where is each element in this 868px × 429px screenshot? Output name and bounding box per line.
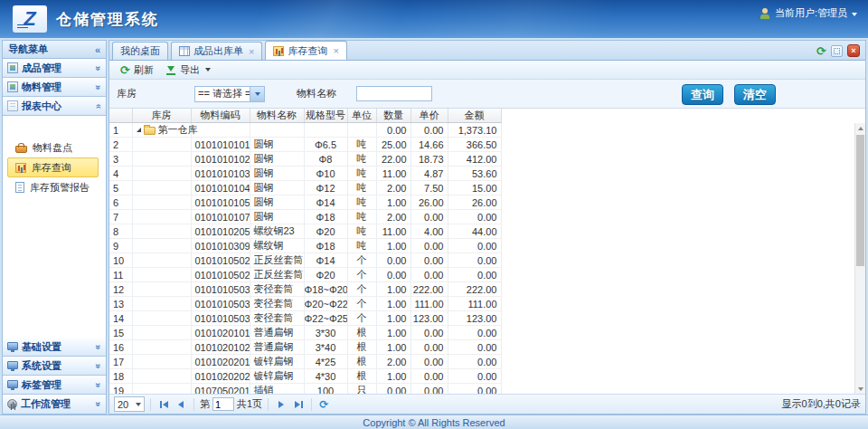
table-row[interactable]: 13 010101050302 变径套筒 Φ20~Φ22 个 1.00 111.… <box>109 297 501 311</box>
sidebar-group-label-management[interactable]: 标签管理 » <box>3 376 106 395</box>
cell-spec-model: 4*25 <box>304 355 347 369</box>
label-management-icon <box>7 380 18 388</box>
cell-spec-model: Φ14 <box>304 195 347 210</box>
last-page-button[interactable] <box>291 397 306 412</box>
vertical-scrollbar[interactable] <box>854 123 865 394</box>
group-label: 物料管理 <box>22 81 61 94</box>
page-number-input[interactable] <box>212 397 234 411</box>
cell-spec-model: Φ10 <box>304 167 347 181</box>
row-number: 11 <box>109 268 132 282</box>
sidebar-group-workflow[interactable]: 工作流管理 » <box>3 395 106 414</box>
divider <box>193 398 194 411</box>
tree-expand-icon[interactable] <box>137 128 141 132</box>
cell-spec-model: Φ6.5 <box>304 138 347 152</box>
tab-product-outbound[interactable]: 成品出库单 × <box>171 42 262 60</box>
table-row[interactable]: 19 0107050201 插销 100 只 0.00 0.00 0.00 <box>109 384 501 395</box>
cell-amount: 53.60 <box>448 167 501 181</box>
table-row[interactable]: 9 0101010309 螺纹钢 Φ18 吨 1.00 0.00 0.00 <box>109 239 501 253</box>
column-unit[interactable]: 单位 <box>347 109 376 123</box>
next-page-button[interactable] <box>274 397 288 412</box>
cell-material-code: 010101050303 <box>191 311 250 326</box>
table-row[interactable]: 6 0101010105 圆钢 Φ14 吨 1.00 26.00 26.00 <box>109 195 501 210</box>
column-amount[interactable]: 金额 <box>448 109 501 123</box>
divider <box>150 398 151 411</box>
sidebar-item-inventory-warning-report[interactable]: 库存预警报告 <box>3 177 106 197</box>
user-menu[interactable]: 当前用户:管理员 <box>760 6 857 20</box>
table-row[interactable]: 16 0101020102 普通扁钢 3*40 根 1.00 0.00 0.00 <box>109 340 501 355</box>
cell-material-name: 圆钢 <box>250 138 304 152</box>
cell-unit-price: 0.00 <box>410 355 448 369</box>
maximize-button[interactable] <box>831 45 843 57</box>
sidebar-item-inventory-query[interactable]: 库存查询 <box>7 157 99 177</box>
tab-label: 我的桌面 <box>120 44 160 58</box>
table-row[interactable]: 15 0101020101 普通扁钢 3*30 根 1.00 0.00 0.00 <box>109 326 501 340</box>
material-management-icon <box>7 81 18 92</box>
collapse-sidebar-icon[interactable]: « <box>95 44 100 55</box>
cell-unit-price: 0.00 <box>410 384 448 395</box>
table-row[interactable]: 4 0101010103 圆钢 Φ10 吨 11.00 4.87 53.60 <box>109 167 501 181</box>
cell-amount: 15.00 <box>448 181 501 195</box>
column-material-name[interactable]: 物料名称 <box>250 109 304 123</box>
tab-inventory-query[interactable]: 库存查询 × <box>265 41 346 60</box>
table-row[interactable]: 7 0101010107 圆钢 Φ18 吨 2.00 0.00 0.00 <box>109 210 501 224</box>
sidebar-item-material-check[interactable]: 物料盘点 <box>3 138 106 157</box>
sidebar-group-report[interactable]: 报表中心 » <box>3 97 106 116</box>
refresh-button[interactable]: ⟳ 刷新 <box>115 62 159 79</box>
table-row[interactable]: 2 0101010101 圆钢 Φ6.5 吨 25.00 14.66 366.5… <box>109 138 501 152</box>
cell-spec-model: Φ20~Φ22 <box>304 297 347 311</box>
cell-amount: 0.00 <box>448 239 501 253</box>
cell-material-code: 0101010103 <box>191 167 250 181</box>
prev-page-button[interactable] <box>174 397 188 412</box>
sidebar-group-basic-settings[interactable]: 基础设置 » <box>3 338 106 357</box>
sidebar-group-material[interactable]: 物料管理 » <box>3 78 106 97</box>
table-row[interactable]: 3 0101010102 圆钢 Φ8 吨 22.00 18.73 412.00 <box>109 152 501 167</box>
export-label: 导出 <box>180 63 200 77</box>
column-warehouse[interactable]: 库房 <box>132 109 191 123</box>
cell-quantity: 1.00 <box>376 282 410 297</box>
column-material-code[interactable]: 物料编码 <box>191 109 250 123</box>
clear-button[interactable]: 清空 <box>734 84 776 105</box>
page-title: 仓储管理系统 <box>56 9 159 30</box>
close-icon[interactable]: × <box>249 47 254 56</box>
column-quantity[interactable]: 数量 <box>376 109 410 123</box>
inventory-grid: 库房 物料编码 物料名称 规格型号 单位 数量 单价 金额 1 <box>109 109 865 394</box>
sidebar-group-product[interactable]: 成品管理 » <box>3 59 106 78</box>
table-row[interactable]: 10 010101050201 正反丝套筒 Φ14 个 0.00 0.00 0.… <box>109 253 501 268</box>
page-size-select[interactable]: 20 <box>114 396 145 412</box>
table-row[interactable]: 14 010101050303 变径套筒 Φ22~Φ25 个 1.00 123.… <box>109 311 501 326</box>
chevron-down-icon <box>250 87 264 101</box>
table-row[interactable]: 18 0101020202 镀锌扁钢 4*30 根 1.00 0.00 0.00 <box>109 369 501 384</box>
sidebar-title: 导航菜单 « <box>3 41 106 59</box>
material-name-input[interactable] <box>356 86 432 101</box>
cell-material-name: 正反丝套筒 <box>250 268 304 282</box>
first-page-button[interactable] <box>156 397 171 412</box>
warehouse-select[interactable]: == 请选择 == <box>194 86 265 102</box>
tree-group-row[interactable]: 1 第一仓库 <box>109 123 501 138</box>
cell-material-code: 0101010309 <box>191 239 250 253</box>
cell-material-name: 普通扁钢 <box>250 340 304 355</box>
total-pages-label: 共1页 <box>237 397 262 411</box>
tab-my-desktop[interactable]: 我的桌面 <box>112 42 168 60</box>
sidebar-group-system-settings[interactable]: 系统设置 » <box>3 357 106 376</box>
app-header: Z 仓储管理系统 当前用户:管理员 <box>0 0 868 38</box>
query-button[interactable]: 查询 <box>682 84 723 105</box>
table-row[interactable]: 8 0101010205 螺纹钢23 Φ20 吨 11.00 4.00 44.0… <box>109 224 501 239</box>
close-icon[interactable]: × <box>333 46 338 55</box>
export-button[interactable]: 导出 <box>161 62 216 79</box>
table-row[interactable]: 12 010101050301 变径套筒 Φ18~Φ20 个 1.00 222.… <box>109 282 501 297</box>
table-row[interactable]: 11 010101050204 正反丝套筒 Φ20 个 0.00 0.00 0.… <box>109 268 501 282</box>
scroll-down-button[interactable] <box>855 384 865 394</box>
column-spec-model[interactable]: 规格型号 <box>304 109 347 123</box>
refresh-grid-button[interactable]: ⟳ <box>319 398 328 411</box>
close-tab-button[interactable]: × <box>847 44 860 57</box>
cell-material-name: 圆钢 <box>250 152 304 167</box>
table-row[interactable]: 17 0101020201 镀锌扁钢 4*25 根 2.00 0.00 0.00 <box>109 355 501 369</box>
cell-quantity: 1.00 <box>376 297 410 311</box>
refresh-tab-icon[interactable]: ⟳ <box>816 45 826 57</box>
cell-unit-price: 111.00 <box>410 297 448 311</box>
column-unit-price[interactable]: 单价 <box>410 109 448 123</box>
cell-unit-price: 4.00 <box>410 224 448 239</box>
table-row[interactable]: 5 0101010104 圆钢 Φ12 吨 2.00 7.50 15.00 <box>109 181 501 195</box>
scroll-up-button[interactable] <box>855 123 865 133</box>
scroll-thumb[interactable] <box>856 135 864 266</box>
